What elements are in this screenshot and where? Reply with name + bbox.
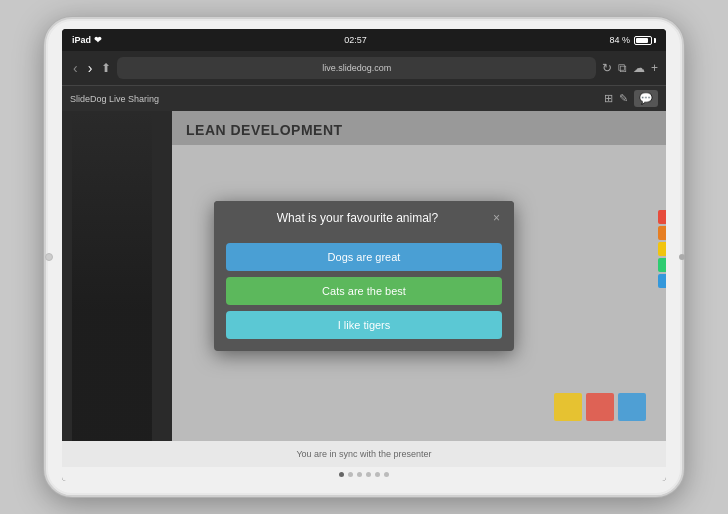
page-dots [62,467,666,481]
url-text: live.slidedog.com [322,63,391,73]
poll-close-button[interactable]: × [493,211,500,225]
sticky-blue [618,393,646,421]
page-dot-2[interactable] [348,472,353,477]
ipad-screen: iPad ❤ 02:57 84 % ‹ › ⬆ live.slidedog.co… [62,29,666,481]
slidedog-bar: SlideDog Live Sharing ⊞ ✎ 💬 [62,85,666,111]
grid-view-button[interactable]: ⊞ [604,92,613,105]
slide-tab-blue [658,274,666,288]
chat-button[interactable]: 💬 [634,90,658,107]
page-dot-3[interactable] [357,472,362,477]
browser-actions: ↻ ⧉ ☁ + [602,61,658,75]
slide-tab-green [658,258,666,272]
poll-header: What is your favourite animal? × [214,201,514,235]
sticky-yellow [554,393,582,421]
new-tab-button[interactable]: + [651,61,658,75]
browser-bar: ‹ › ⬆ live.slidedog.com ↻ ⧉ ☁ + [62,51,666,85]
slide-tab-orange [658,226,666,240]
slidedog-left: SlideDog Live Sharing [70,94,159,104]
page-dot-1[interactable] [339,472,344,477]
browser-nav: ‹ › [70,58,95,78]
cloud-button[interactable]: ☁ [633,61,645,75]
page-dot-6[interactable] [384,472,389,477]
slidedog-title: SlideDog Live Sharing [70,94,159,104]
status-bar: iPad ❤ 02:57 84 % [62,29,666,51]
edit-button[interactable]: ✎ [619,92,628,105]
home-button[interactable] [45,253,53,261]
silhouette [72,111,152,441]
slide-tabs [658,210,666,288]
page-dot-5[interactable] [375,472,380,477]
poll-option-2[interactable]: Cats are the best [226,277,502,305]
forward-button[interactable]: › [85,58,96,78]
poll-option-3[interactable]: I like tigers [226,311,502,339]
content-area: LEAN DEVELOPMENT [62,111,666,441]
url-bar[interactable]: live.slidedog.com [117,57,596,79]
status-time: 02:57 [344,35,367,45]
tabs-button[interactable]: ⧉ [618,61,627,75]
poll-option-1[interactable]: Dogs are great [226,243,502,271]
poll-options: Dogs are great Cats are the best I like … [214,235,514,351]
page-dot-4[interactable] [366,472,371,477]
sticky-red [586,393,614,421]
poll-dialog: What is your favourite animal? × Dogs ar… [214,201,514,351]
poll-question: What is your favourite animal? [228,211,487,225]
slide-header: LEAN DEVELOPMENT [172,111,666,145]
slidedog-right: ⊞ ✎ 💬 [604,90,658,107]
battery-icon [634,36,656,45]
slide-title: LEAN DEVELOPMENT [186,122,343,138]
side-dot [679,254,685,260]
ipad-device: iPad ❤ 02:57 84 % ‹ › ⬆ live.slidedog.co… [44,17,684,497]
refresh-button[interactable]: ↻ [602,61,612,75]
status-left: iPad ❤ [72,35,102,45]
status-right: 84 % [609,35,656,45]
battery-percent: 84 % [609,35,630,45]
slide-tab-red [658,210,666,224]
slide-tab-yellow [658,242,666,256]
back-button[interactable]: ‹ [70,58,81,78]
share-button[interactable]: ⬆ [101,61,111,75]
sync-text: You are in sync with the presenter [296,449,431,459]
slide-left-panel [62,111,172,441]
sticky-notes [554,393,646,421]
sync-bar: You are in sync with the presenter [62,441,666,467]
